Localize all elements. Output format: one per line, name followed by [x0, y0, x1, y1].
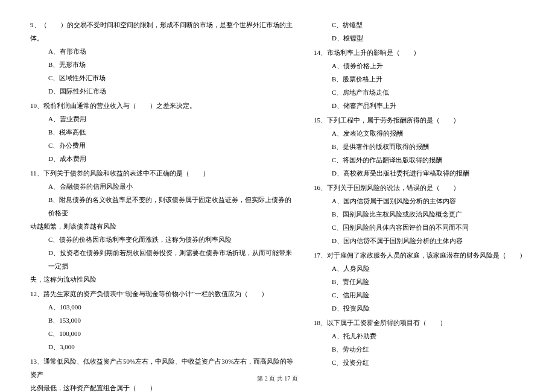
- q17-option-a: A、人身风险: [314, 262, 531, 275]
- q13-option-d: D、梭镖型: [314, 31, 531, 45]
- content-columns: 9、（ ）的交易不受时间和空间的限制，形成不间断的市场，是整个世界外汇市场的主体…: [30, 18, 531, 368]
- question-14: 14、市场利率上升的影响是（ ） A、债券价格上升 B、股票价格上升 C、房地产…: [314, 46, 531, 112]
- q14-option-b: B、股票价格上升: [314, 72, 531, 86]
- question-11: 11、下列关于债券的风险和收益的表述中不正确的是（ ） A、金融债券的信用风险最…: [30, 166, 296, 286]
- q17-option-b: B、责任风险: [314, 275, 531, 288]
- question-18: 18、以下属于工资薪金所得的项目有（ ） A、托儿补助费 B、劳动分红 C、投资…: [314, 316, 531, 369]
- q11-option-b-line1: B、附息债券的名义收益率是不变的，则该债券属于固定收益证券，但实际上债券的价格变: [30, 193, 296, 220]
- q11-option-c: C、债券的价格因市场利率变化而涨跌，这称为债券的利率风险: [30, 233, 296, 246]
- question-17: 17、对于雇佣了家政服务人员的家庭，该家庭潜在的财务风险是（ ） A、人身风险 …: [314, 248, 531, 315]
- q17-option-c: C、信用风险: [314, 288, 531, 302]
- q16-option-b: B、国别风险比主权风险或政治风险概念更广: [314, 207, 531, 221]
- q14-option-a: A、债券价格上升: [314, 59, 531, 72]
- q15-option-d: D、高校教师受出版社委托进行审稿取得的报酬: [314, 166, 531, 180]
- q15-option-c: C、将国外的作品翻译出版取得的报酬: [314, 153, 531, 166]
- page-footer: 第 2 页 共 17 页: [0, 375, 555, 383]
- q18-text: 18、以下属于工资薪金所得的项目有（ ）: [314, 316, 531, 329]
- q16-option-c: C、国别风险的具体内容因评价目的不同而不同: [314, 221, 531, 234]
- q12-option-a: A、103,000: [30, 300, 296, 314]
- question-15: 15、下列工程中，属于劳务报酬所得的是（ ） A、发表论文取得的报酬 B、提供著…: [314, 113, 531, 180]
- q10-option-c: C、办公费用: [30, 139, 296, 152]
- q15-option-a: A、发表论文取得的报酬: [314, 127, 531, 140]
- q10-option-b: B、税率高低: [30, 125, 296, 139]
- question-12: 12、路先生家庭的资产负债表中"现金与现金等价物小计"一栏的数值应为（ ） A、…: [30, 287, 296, 353]
- q12-option-c: C、100,000: [30, 327, 296, 340]
- q11-option-d-line1: D、投资者在债券到期前若想收回债券投资，则需要在债券市场折现，从而可能带来一定损: [30, 246, 296, 273]
- q18-option-b: B、劳动分红: [314, 343, 531, 356]
- q11-option-d-line2: 失，这称为流动性风险: [30, 273, 296, 286]
- q17-option-d: D、投资风险: [314, 302, 531, 315]
- question-13-cont: C、纺锤型 D、梭镖型: [314, 18, 531, 45]
- q9-option-d: D、国际性外汇市场: [30, 84, 296, 98]
- left-column: 9、（ ）的交易不受时间和空间的限制，形成不间断的市场，是整个世界外汇市场的主体…: [30, 18, 296, 368]
- q10-option-d: D、成本费用: [30, 152, 296, 165]
- question-10: 10、税前利润由通常的营业收入与（ ）之差来决定。 A、营业费用 B、税率高低 …: [30, 99, 296, 165]
- q18-option-a: A、托儿补助费: [314, 329, 531, 343]
- q12-option-d: D、3,000: [30, 340, 296, 353]
- q16-text: 16、下列关于国别风险的说法，错误的是（ ）: [314, 181, 531, 194]
- q9-option-b: B、无形市场: [30, 58, 296, 71]
- q17-text: 17、对于雇佣了家政服务人员的家庭，该家庭潜在的财务风险是（ ）: [314, 248, 531, 262]
- question-9: 9、（ ）的交易不受时间和空间的限制，形成不间断的市场，是整个世界外汇市场的主体…: [30, 18, 296, 98]
- q10-text: 10、税前利润由通常的营业收入与（ ）之差来决定。: [30, 99, 296, 112]
- question-16: 16、下列关于国别风险的说法，错误的是（ ） A、国内信贷属于国别风险分析的主体…: [314, 181, 531, 247]
- q18-option-c: C、投资分红: [314, 356, 531, 369]
- q12-text: 12、路先生家庭的资产负债表中"现金与现金等价物小计"一栏的数值应为（ ）: [30, 287, 296, 300]
- q11-option-a: A、金融债券的信用风险最小: [30, 180, 296, 193]
- q14-text: 14、市场利率上升的影响是（ ）: [314, 46, 531, 59]
- q11-text: 11、下列关于债券的风险和收益的表述中不正确的是（ ）: [30, 166, 296, 180]
- q16-option-d: D、国内信贷不属于国别风险分析的主体内容: [314, 234, 531, 247]
- q10-option-a: A、营业费用: [30, 112, 296, 125]
- question-13: 13、通常低风险、低收益资产占50%左右，中风险、中收益资产占30%左右，而高风…: [30, 355, 296, 392]
- q15-text: 15、下列工程中，属于劳务报酬所得的是（ ）: [314, 113, 531, 127]
- q9-option-a: A、有形市场: [30, 45, 296, 58]
- q13-option-c: C、纺锤型: [314, 18, 531, 31]
- q16-option-a: A、国内信贷属于国别风险分析的主体内容: [314, 194, 531, 207]
- q14-option-c: C、房地产市场走低: [314, 86, 531, 99]
- q15-option-b: B、提供著作的版权而取得的报酬: [314, 140, 531, 153]
- q11-option-b-line2: 动越频繁，则该债券越有风险: [30, 220, 296, 233]
- q14-option-d: D、储蓄产品利率上升: [314, 99, 531, 112]
- right-column: C、纺锤型 D、梭镖型 14、市场利率上升的影响是（ ） A、债券价格上升 B、…: [314, 18, 531, 368]
- q9-option-c: C、区域性外汇市场: [30, 71, 296, 84]
- q9-text: 9、（ ）的交易不受时间和空间的限制，形成不间断的市场，是整个世界外汇市场的主体…: [30, 18, 296, 45]
- q12-option-b: B、153,000: [30, 314, 296, 327]
